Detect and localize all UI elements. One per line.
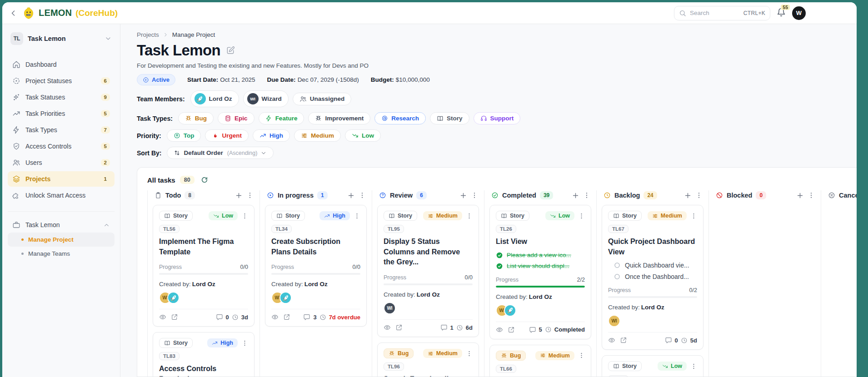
card-menu-button[interactable]: [690, 363, 697, 370]
team-member-lord-oz[interactable]: Lord Oz: [190, 90, 239, 107]
add-task-button[interactable]: [459, 192, 467, 199]
task-card[interactable]: Story Medium TL67 Quick Project Dashboar…: [602, 205, 703, 350]
back-button[interactable]: [9, 9, 18, 18]
sidebar-item-users[interactable]: Users 2: [8, 155, 115, 170]
refresh-icon[interactable]: [201, 176, 208, 184]
filter-top[interactable]: Top: [167, 129, 201, 142]
filter-bug[interactable]: Bug: [178, 112, 214, 124]
team-member-wizard[interactable]: WI Wizard: [243, 90, 289, 107]
column-menu-button[interactable]: [808, 192, 815, 199]
notifications-button[interactable]: 55: [777, 8, 786, 19]
filter-medium[interactable]: Medium: [294, 129, 341, 142]
book-icon: [613, 363, 619, 369]
task-card[interactable]: Story Medium TL95 Display 5 Status Colum…: [377, 205, 479, 337]
task-title[interactable]: List View: [496, 237, 585, 247]
subtask-done[interactable]: Please add a view ico...: [496, 252, 585, 259]
column-menu-button[interactable]: [359, 192, 366, 199]
task-card[interactable]: Story High TL34 Create Subscription Plan…: [265, 205, 367, 327]
add-task-button[interactable]: [235, 192, 243, 199]
task-card[interactable]: Bug Medium TL66 Organization name in the: [489, 345, 591, 377]
task-title[interactable]: Create Subscription Plans Details: [271, 237, 360, 257]
task-card[interactable]: Story Low TL56 Implement The Figma Templ…: [153, 205, 254, 327]
sidebar-item-unlock-smart-access[interactable]: Unlock Smart Access: [8, 188, 115, 203]
filter-urgent[interactable]: Urgent: [205, 129, 249, 142]
subtask-open[interactable]: Quick Dashboard vie...: [608, 262, 697, 269]
column-menu-button[interactable]: [583, 192, 590, 199]
add-task-button[interactable]: [684, 192, 692, 199]
budget: Budget:$10,000,000: [371, 76, 430, 83]
sidebar-item-task-statuses[interactable]: Task Statuses 9: [8, 89, 115, 105]
user-avatar[interactable]: W: [792, 6, 806, 20]
subtask-done[interactable]: List view should displ...: [496, 263, 585, 270]
filter-feature[interactable]: Feature: [259, 112, 304, 124]
column-menu-button[interactable]: [246, 192, 254, 199]
sidebar-section-task-lemon[interactable]: Task Lemon: [8, 217, 115, 233]
priority-badge: Medium: [423, 211, 462, 220]
clock-icon: [604, 192, 611, 199]
task-card[interactable]: Story Low TL26 List View Please add a: [489, 205, 591, 339]
card-menu-button[interactable]: [241, 213, 248, 219]
sidebar-item-task-priorities[interactable]: Task Priorities 5: [8, 106, 115, 121]
open-task-icon[interactable]: [171, 313, 178, 321]
card-menu-button[interactable]: [466, 213, 473, 219]
due-label: Completed: [554, 326, 585, 333]
open-task-icon[interactable]: [395, 324, 403, 331]
filter-high[interactable]: High: [253, 129, 290, 142]
sidebar-item-dashboard[interactable]: Dashboard: [8, 57, 115, 72]
task-title[interactable]: Access Controls Permission: [159, 364, 248, 377]
subtask-open[interactable]: Once the Dashboard...: [608, 273, 697, 280]
brand: LEMON (CoreHub): [22, 7, 118, 20]
search-input[interactable]: [690, 10, 740, 16]
filter-improvement[interactable]: Improvement: [308, 112, 370, 124]
sidebar-item-manage-project[interactable]: Manage Project: [8, 233, 115, 247]
eye-icon[interactable]: [271, 313, 279, 321]
sidebar-item-task-types[interactable]: Task Types 7: [8, 122, 115, 138]
bullet-dot: [21, 238, 24, 241]
eye-icon[interactable]: [384, 324, 391, 331]
sidebar-item-manage-teams[interactable]: Manage Teams: [8, 247, 115, 261]
task-title[interactable]: Display 5 Status Columns and Remove the …: [384, 237, 473, 268]
card-menu-button[interactable]: [354, 213, 360, 219]
open-task-icon[interactable]: [283, 313, 290, 321]
task-card[interactable]: Story High TL83 Access Controls Permissi…: [153, 332, 254, 377]
filter-low[interactable]: Low: [345, 129, 381, 142]
open-task-icon[interactable]: [508, 326, 515, 333]
breadcrumb-projects[interactable]: Projects: [137, 31, 159, 38]
sidebar-item-access-controls[interactable]: Access Controls 5: [8, 139, 115, 154]
open-task-icon[interactable]: [620, 337, 627, 344]
card-menu-button[interactable]: [466, 350, 473, 357]
add-task-button[interactable]: [347, 192, 355, 199]
task-title[interactable]: Implement The Figma Template: [159, 237, 248, 257]
task-card[interactable]: Story Low TL87: [602, 355, 703, 377]
workspace-switcher[interactable]: TL Task Lemon: [8, 30, 115, 51]
bullet-dot: [21, 253, 24, 255]
priority-badge: Low: [658, 362, 687, 371]
filter-story[interactable]: Story: [430, 112, 469, 124]
add-task-button[interactable]: [796, 192, 804, 199]
filter-epic[interactable]: Epic: [218, 112, 254, 124]
sidebar-item-projects[interactable]: Projects 1: [8, 171, 115, 187]
filter-support[interactable]: Support: [474, 112, 521, 124]
filter-research[interactable]: Research: [374, 112, 426, 124]
column-menu-button[interactable]: [471, 192, 478, 199]
edit-title-button[interactable]: [226, 46, 235, 55]
task-title[interactable]: Quick Project Dashboard View: [608, 237, 697, 257]
card-menu-button[interactable]: [578, 352, 585, 359]
column-menu-button[interactable]: [695, 192, 703, 199]
search-box[interactable]: CTRL+K: [674, 6, 770, 20]
add-task-button[interactable]: [572, 192, 579, 199]
sidebar-item-project-statuses[interactable]: Project Statuses 6: [8, 73, 115, 89]
task-title[interactable]: Search Functionality Error: [384, 374, 473, 377]
task-card[interactable]: Bug Medium TL96 Search Functionality Err…: [377, 342, 479, 377]
team-members-row: Team Members: Lord Oz WI Wizard Unassign…: [137, 90, 857, 107]
card-menu-button[interactable]: [690, 213, 697, 219]
task-type-chip: Story: [159, 211, 193, 221]
sort-dropdown[interactable]: Default Order (Ascending): [167, 147, 274, 159]
eye-icon[interactable]: [608, 337, 615, 344]
avatar-lord-oz: [167, 292, 180, 304]
team-member-unassigned[interactable]: Unassigned: [293, 93, 352, 105]
eye-icon[interactable]: [496, 326, 503, 333]
card-menu-button[interactable]: [241, 340, 248, 347]
card-menu-button[interactable]: [578, 213, 585, 219]
eye-icon[interactable]: [159, 313, 166, 321]
